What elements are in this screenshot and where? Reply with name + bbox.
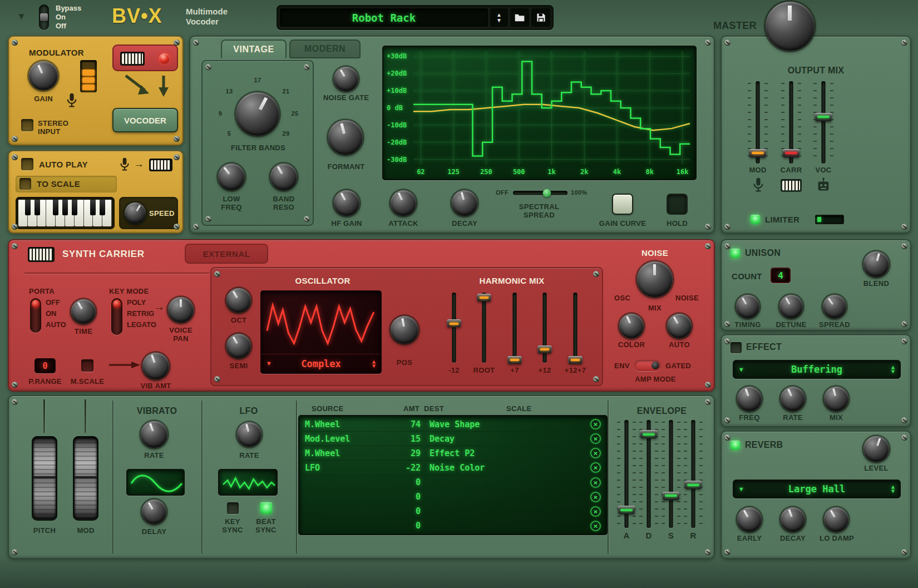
blend-knob[interactable] [863,251,889,277]
envelope-a-slider[interactable] [617,420,636,528]
matrix-row-delete-button[interactable]: × [590,448,601,458]
vocoder-button[interactable]: VOCODER [112,108,178,132]
wave-select-dropdown[interactable]: ▼ Complex ▲▼ [261,354,381,373]
porta-option-auto[interactable]: AUTO [46,319,66,330]
modulator-gain-knob[interactable] [29,61,58,90]
reverb-lo-damp-knob[interactable] [824,507,848,532]
m-scale-checkbox[interactable] [81,359,93,372]
matrix-row-delete-button[interactable]: × [590,506,601,517]
lfo-rate-knob[interactable] [237,422,261,447]
matrix-row-delete-button[interactable]: × [590,433,601,444]
bypass-option-bypass[interactable]: Bypass [56,4,81,13]
slider-handle[interactable] [749,149,766,157]
tab-vintage[interactable]: VINTAGE [221,39,287,58]
auto-play-checkbox[interactable] [21,158,33,170]
slider-handle[interactable] [508,356,522,364]
slider-handle[interactable] [685,481,702,489]
p-range-display[interactable]: 0 [34,358,56,373]
preset-folder-button[interactable] [510,8,529,27]
key-sync-checkbox[interactable] [227,502,239,514]
envelope-r-slider[interactable] [684,420,703,528]
slider-handle[interactable] [618,506,635,514]
piano-black-key[interactable] [34,200,40,215]
slider-handle[interactable] [447,319,461,327]
slider-handle[interactable] [542,189,551,197]
count-display[interactable]: 4 [771,268,791,283]
bypass-option-off[interactable]: Off [56,22,81,31]
noise-gate-knob[interactable] [334,67,358,91]
hf-gain-knob[interactable] [334,190,359,216]
pos-knob[interactable] [391,316,418,344]
harmonic-slider-5[interactable] [566,293,585,363]
slider-handle[interactable] [538,345,552,353]
reverb-decay-knob[interactable] [781,507,805,532]
timing-knob[interactable] [736,295,759,318]
preset-display[interactable]: Robot Rack [280,8,488,27]
effect-freq-knob[interactable] [737,387,762,411]
spectral-spread-slider[interactable] [513,189,567,197]
noise-color-knob[interactable] [619,314,644,338]
harmonic-slider-4[interactable] [535,293,554,363]
voice-pan-knob[interactable] [168,297,194,323]
matrix-row-delete-button[interactable]: × [590,462,601,473]
to-scale-checkbox[interactable] [19,178,31,190]
piano-black-key[interactable] [62,200,68,215]
slider-handle[interactable] [815,113,832,121]
stereo-input-checkbox[interactable] [21,119,33,131]
reverb-type-dropdown[interactable]: ▼ Large Hall ▲▼ [733,480,901,498]
oct-knob[interactable] [226,288,251,313]
piano-black-key[interactable] [100,200,105,215]
bypass-switch[interactable] [39,4,49,30]
voc-level-slider[interactable] [813,81,833,164]
amp-mode-toggle[interactable] [634,360,661,371]
slider-handle[interactable] [663,492,679,500]
key-mode-switch[interactable] [111,298,122,335]
porta-option-off[interactable]: OFF [46,297,66,308]
mod-wheel[interactable] [75,438,97,519]
effect-type-dropdown[interactable]: ▼ Buffering ▲▼ [733,360,901,379]
piano-black-key[interactable] [72,200,77,215]
pitch-wheel[interactable] [33,438,56,519]
effect-enable-checkbox[interactable] [731,342,742,353]
key-mode-option-poly[interactable]: POLY [127,297,156,308]
slider-handle[interactable] [783,149,799,157]
slider-handle[interactable] [477,294,491,302]
slider-handle[interactable] [569,356,583,364]
harmonic-slider-2[interactable] [475,293,493,363]
speed-knob[interactable] [125,202,146,224]
preset-spinner[interactable]: ▲ ▼ [490,8,508,27]
gain-curve-button[interactable] [612,194,633,215]
matrix-row-delete-button[interactable]: × [590,521,601,531]
menu-button[interactable]: ▼ [17,11,26,22]
matrix-row-delete-button[interactable]: × [590,492,601,502]
reverb-led[interactable] [731,441,740,450]
harmonic-slider-1[interactable] [445,293,463,363]
preset-save-button[interactable] [531,8,550,27]
reverb-early-knob[interactable] [737,507,762,532]
matrix-row-delete-button[interactable]: × [590,419,601,429]
key-mode-option-retrig[interactable]: RETRIG [127,308,156,319]
effect-rate-knob[interactable] [781,387,805,411]
porta-time-knob[interactable] [71,299,96,324]
porta-switch[interactable] [30,298,41,333]
porta-option-on[interactable]: ON [46,308,66,319]
decay-knob[interactable] [452,190,477,216]
master-knob[interactable] [766,2,815,51]
tab-external[interactable]: EXTERNAL [185,244,268,264]
detune-knob[interactable] [779,295,803,318]
vib-amt-knob[interactable] [142,353,169,379]
slider-handle[interactable] [640,430,657,438]
reverb-level-knob[interactable] [863,436,889,462]
envelope-s-slider[interactable] [662,420,680,528]
attack-knob[interactable] [391,190,416,216]
low-freq-knob[interactable] [218,164,245,190]
carr-level-slider[interactable] [781,81,801,164]
tab-modern[interactable]: MODERN [289,39,361,58]
osc-noise-mix-knob[interactable] [637,261,673,297]
matrix-row-delete-button[interactable]: × [590,477,601,488]
filter-bands-knob[interactable] [236,92,279,136]
band-reso-knob[interactable] [270,164,297,190]
mod-level-slider[interactable] [748,81,768,164]
piano-black-key[interactable] [90,200,96,215]
key-mode-option-legato[interactable]: LEGATO [127,319,156,330]
